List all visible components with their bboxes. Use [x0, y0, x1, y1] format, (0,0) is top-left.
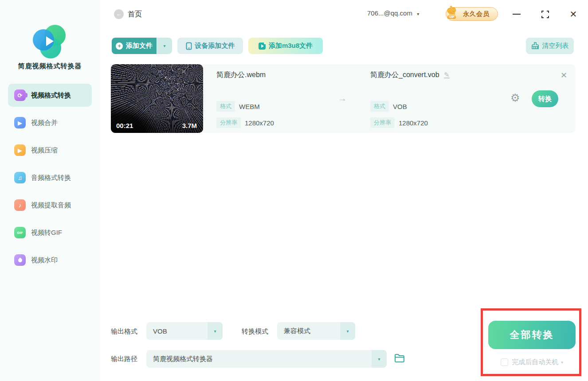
extract-audio-icon: ♪ [14, 199, 26, 211]
item-settings-gear-icon[interactable]: ⚙ [510, 93, 520, 103]
convert-all-button[interactable]: 全部转换 [488, 321, 576, 349]
sidebar-item-video-format-convert[interactable]: ⟳ 视频格式转换 [8, 84, 92, 107]
convert-mode-value: 兼容模式 [277, 327, 340, 335]
clear-list-button[interactable]: 清空列表 [526, 38, 574, 54]
add-file-label: 添加文件 [126, 42, 153, 50]
sidebar-item-video-compress[interactable]: ▶ 视频压缩 [8, 139, 92, 162]
source-resolution-value: 1280x720 [245, 119, 274, 127]
add-file-button[interactable]: + 添加文件 [112, 38, 157, 54]
add-m3u8-button[interactable]: 添加m3u8文件 [248, 38, 323, 54]
sidebar: 简鹿视频格式转换器 ⟳ 视频格式转换 ▶ 视频合并 ▶ 视频压缩 ♫ 音频格式转… [0, 0, 100, 381]
target-filename-row: 简鹿办公_convert.vob ✎ [370, 70, 450, 80]
video-thumbnail[interactable]: 00:21 3.7M [111, 64, 203, 133]
add-file-dropdown-button[interactable]: ▾ [157, 38, 172, 54]
remove-item-icon[interactable]: ✕ [561, 70, 567, 80]
chevron-down-icon: ▾ [208, 322, 223, 340]
sidebar-nav: ⟳ 视频格式转换 ▶ 视频合并 ▶ 视频压缩 ♫ 音频格式转换 ♪ 视频提取音频… [0, 84, 100, 276]
chevron-down-icon[interactable]: ▾ [561, 360, 563, 365]
output-path-value: 简鹿视频格式转换器 [146, 355, 372, 363]
format-tag: 格式 [370, 101, 389, 112]
sidebar-item-video-watermark[interactable]: 视频水印 [8, 249, 92, 272]
sidebar-item-video-merge[interactable]: ▶ 视频合并 [8, 111, 92, 134]
video-to-gif-icon: GIF [14, 227, 26, 238]
minimize-button[interactable] [511, 9, 522, 19]
sidebar-item-label: 视频提取音频 [31, 201, 71, 210]
convert-mode-label: 转换模式 [242, 327, 268, 336]
close-button[interactable]: ✕ [568, 9, 579, 19]
edit-filename-icon[interactable]: ✎ [444, 72, 450, 78]
file-list-item: 00:21 3.7M 简鹿办公.webm 格式 WEBM 分辨率 1280x72… [111, 64, 576, 133]
folder-icon [394, 354, 405, 363]
sidebar-item-extract-audio[interactable]: ♪ 视频提取音频 [8, 194, 92, 217]
target-filename: 简鹿办公_convert.vob [370, 71, 439, 78]
output-path-label: 输出路径 [111, 355, 137, 363]
convert-item-button[interactable]: 转换 [532, 90, 558, 107]
home-breadcrumb: 首页 [128, 10, 142, 19]
account-email: 706...@qq.com [367, 9, 412, 17]
browse-folder-button[interactable] [394, 354, 405, 363]
add-from-device-label: 设备添加文件 [195, 42, 235, 50]
clear-list-label: 清空列表 [542, 42, 569, 50]
sidebar-item-label: 视频转GIF [31, 229, 62, 237]
format-tag: 格式 [216, 101, 235, 112]
app-window: 简鹿视频格式转换器 ⟳ 视频格式转换 ▶ 视频合并 ▶ 视频压缩 ♫ 音频格式转… [0, 0, 588, 381]
convert-mode-select[interactable]: 兼容模式 ▾ [277, 322, 355, 340]
chevron-down-icon: ▾ [417, 12, 419, 16]
output-path-select[interactable]: 简鹿视频格式转换器 ▾ [146, 350, 387, 368]
output-format-select[interactable]: VOB ▾ [146, 322, 223, 340]
resolution-tag: 分辨率 [370, 117, 395, 128]
auto-shutdown-label: 完成后自动关机 [512, 358, 558, 366]
app-title: 简鹿视频格式转换器 [0, 62, 100, 70]
video-compress-icon: ▶ [14, 144, 26, 156]
sidebar-item-audio-format-convert[interactable]: ♫ 音频格式转换 [8, 166, 92, 189]
video-file-icon [259, 43, 266, 50]
add-m3u8-label: 添加m3u8文件 [269, 42, 313, 50]
source-format-value: WEBM [239, 103, 260, 110]
chevron-down-icon: ▾ [372, 350, 387, 368]
chevron-down-icon: ▾ [340, 322, 355, 340]
crown-icon: ♚ VIP [445, 3, 463, 23]
arrow-right-icon: → [338, 93, 347, 104]
output-format-value: VOB [146, 327, 208, 335]
account-dropdown[interactable]: 706...@qq.com ▾ [367, 9, 434, 17]
video-merge-icon: ▶ [14, 117, 26, 128]
sidebar-item-video-to-gif[interactable]: GIF 视频转GIF [8, 221, 92, 244]
add-from-device-button[interactable]: 设备添加文件 [177, 38, 243, 54]
auto-shutdown-option[interactable]: 完成后自动关机 ▾ [488, 358, 576, 366]
sidebar-item-label: 视频格式转换 [31, 91, 71, 100]
sidebar-item-label: 视频水印 [31, 256, 58, 264]
vip-label: 永久会员 [463, 10, 490, 18]
broom-icon [531, 42, 539, 50]
target-format-value: VOB [393, 103, 407, 110]
back-button[interactable]: ← [114, 9, 124, 19]
app-logo-icon [33, 25, 67, 59]
phone-icon [186, 42, 192, 50]
video-watermark-icon [14, 254, 26, 266]
vip-membership-badge[interactable]: ♚ VIP 永久会员 [446, 7, 498, 21]
video-format-convert-icon: ⟳ [14, 89, 26, 101]
play-icon [46, 36, 54, 46]
fullscreen-icon [541, 11, 549, 18]
plus-icon: + [116, 43, 123, 50]
sidebar-item-label: 视频合并 [31, 119, 58, 127]
video-duration: 00:21 [116, 122, 133, 129]
sidebar-item-label: 音频格式转换 [31, 174, 71, 182]
output-format-label: 输出格式 [111, 327, 137, 336]
source-filename: 简鹿办公.webm [216, 70, 266, 80]
video-filesize: 3.7M [182, 122, 197, 129]
sidebar-item-label: 视频压缩 [31, 146, 58, 155]
maximize-button[interactable] [540, 9, 550, 19]
auto-shutdown-checkbox[interactable] [501, 358, 508, 366]
resolution-tag: 分辨率 [216, 117, 241, 128]
audio-format-convert-icon: ♫ [14, 172, 26, 183]
target-resolution-value: 1280x720 [399, 119, 428, 127]
